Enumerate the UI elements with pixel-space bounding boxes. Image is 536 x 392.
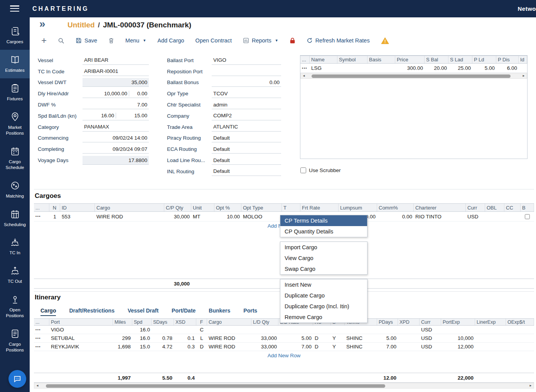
menu-item-import-cargo[interactable]: Import Cargo xyxy=(280,242,367,253)
cell-p-ld[interactable]: 5.00 xyxy=(472,64,496,73)
lock-icon[interactable] xyxy=(290,37,295,44)
cell-basis[interactable] xyxy=(367,64,395,73)
field-tc-in-code[interactable]: ARIBAR-I0001 xyxy=(83,67,149,76)
cell-f[interactable]: C xyxy=(196,326,207,334)
cell-xpd[interactable] xyxy=(398,334,420,342)
cell-unit[interactable]: MT xyxy=(191,212,214,221)
row-menu-button[interactable]: ••• xyxy=(34,212,49,221)
add-cargo-button[interactable]: Add Cargo xyxy=(157,37,184,44)
scrollbar-track[interactable] xyxy=(40,383,528,388)
cell-terms[interactable]: SHINC xyxy=(345,334,377,342)
cell-spd[interactable]: 16.0 xyxy=(132,334,152,342)
tab-vessel-draft[interactable]: Vessel Draft xyxy=(128,308,158,316)
topbar-right-text[interactable]: Netwo xyxy=(518,0,536,17)
field-spd-bal-ldn-kn[interactable]: 16.0015.00 xyxy=(83,112,149,120)
cell-terms[interactable]: SHINC xyxy=(345,343,377,351)
field-vessel[interactable]: ARI BEAR xyxy=(83,56,149,65)
field-opr-type[interactable]: TCOV xyxy=(212,89,281,98)
menu-button[interactable]: Menu▼ xyxy=(125,37,146,44)
cell-sdays[interactable]: 4.72 xyxy=(152,343,174,351)
cell-curr[interactable]: USD xyxy=(420,326,441,334)
breadcrumb-untitled[interactable]: Untitled xyxy=(67,21,95,29)
row-menu-button[interactable]: ••• xyxy=(34,326,49,334)
cell-s[interactable]: Y xyxy=(331,334,345,342)
cell-s[interactable]: Y xyxy=(331,343,345,351)
sidebar-item-matching[interactable]: Matching xyxy=(0,176,30,204)
sidebar-item-fixtures[interactable]: Fixtures xyxy=(0,78,30,107)
cell-port[interactable]: VIGO xyxy=(49,326,113,334)
open-contract-button[interactable]: Open Contract xyxy=(196,37,232,44)
cell-oexp$-t[interactable] xyxy=(506,334,534,342)
cell-oexp$-t[interactable] xyxy=(506,343,534,351)
field-reposition-port[interactable] xyxy=(212,67,281,76)
reports-button[interactable]: Reports▼ xyxy=(243,37,278,44)
cell-l-d-rate[interactable]: 5.00 xyxy=(278,334,313,342)
hamburger-menu-icon[interactable] xyxy=(10,5,19,13)
cell-cargo[interactable]: WIRE ROD xyxy=(207,334,251,342)
add-new-row-link[interactable]: Add New Row xyxy=(34,351,534,360)
cell-c-p-qty[interactable]: 30,000 xyxy=(164,212,191,221)
menu-item-cp-quantity-details[interactable]: CP Quantity Details xyxy=(280,226,367,237)
cell-linerexp[interactable] xyxy=(475,343,506,351)
scroll-right-icon[interactable]: ► xyxy=(528,384,534,387)
cell-xsd[interactable]: 0.3 xyxy=(174,343,196,351)
scroll-left-icon[interactable]: ◄ xyxy=(34,384,40,387)
cell-charterer[interactable]: RIO TINTO xyxy=(414,212,466,221)
cell-oexp$-t[interactable] xyxy=(506,326,534,334)
cell-xsd[interactable] xyxy=(174,326,196,334)
field-trade-area[interactable]: ATLANTIC xyxy=(212,123,281,132)
cell-xsd[interactable]: 0.1 xyxy=(174,334,196,342)
sidebar-item-cargo-positions[interactable]: Cargo Positions xyxy=(0,324,30,358)
cell-comm%[interactable]: 0.00 xyxy=(377,212,414,221)
scroll-left-icon[interactable]: ◄ xyxy=(301,74,307,78)
cell-port[interactable]: SETUBAL xyxy=(49,334,113,342)
tab-bunkers[interactable]: Bunkers xyxy=(209,308,230,316)
menu-item-cp-terms-details[interactable]: CP Terms Details xyxy=(280,215,367,226)
cell-opt-type[interactable]: MOLOO xyxy=(241,212,282,221)
cell-s-bal[interactable]: 20.00 xyxy=(425,64,448,73)
sidebar-item-estimates[interactable]: Estimates xyxy=(0,50,30,78)
tab-port-date[interactable]: Port/Date xyxy=(172,308,196,316)
cell-curr[interactable]: USD xyxy=(420,334,441,342)
cell-pdays[interactable]: 7.00 xyxy=(377,343,398,351)
cell-id[interactable] xyxy=(519,64,527,73)
menu-item-remove-cargo[interactable]: Remove Cargo xyxy=(280,312,367,323)
field-ballast-port[interactable]: VIGO xyxy=(212,56,281,65)
cell-linerexp[interactable] xyxy=(475,326,506,334)
cell-ru[interactable]: D xyxy=(313,343,331,351)
scrollbar-thumb[interactable] xyxy=(312,74,511,78)
sidebar-item-market-positions[interactable]: Market Positions xyxy=(0,107,30,141)
cell-curr[interactable]: USD xyxy=(420,343,441,351)
field-commencing[interactable]: 09/02/24 14:00 xyxy=(83,133,149,142)
market-hscrollbar[interactable]: ◄ ► xyxy=(300,73,527,79)
field-dly-hire-addr[interactable]: 10,000.000.00 xyxy=(83,89,149,98)
menu-item-duplicate-cargo[interactable]: Duplicate Cargo xyxy=(280,290,367,301)
tab-draft-restrictions[interactable]: Draft/Restrictions xyxy=(69,308,114,316)
tab-ports[interactable]: Ports xyxy=(243,308,257,316)
field-eca-routing[interactable]: Default xyxy=(212,145,281,154)
row-menu-button[interactable]: ••• xyxy=(300,64,310,73)
cell-symbol[interactable] xyxy=(337,64,367,73)
cell-obl[interactable] xyxy=(485,212,504,221)
menu-item-swap-cargo[interactable]: Swap Cargo xyxy=(280,264,367,274)
tab-cargo[interactable]: Cargo xyxy=(40,308,56,316)
cell-curr[interactable]: USD xyxy=(466,212,485,221)
cell-spd[interactable]: 15.0 xyxy=(132,343,152,351)
cell-linerexp[interactable] xyxy=(475,334,506,342)
cell-cc[interactable] xyxy=(504,212,521,221)
cell-name[interactable]: LSG xyxy=(310,64,337,73)
save-button[interactable]: Save xyxy=(76,37,97,44)
sidebar-item-scheduling[interactable]: Scheduling xyxy=(0,204,30,233)
field-load-line-rou[interactable]: Default xyxy=(212,156,281,165)
row-checkbox[interactable] xyxy=(525,214,530,219)
cell-l-d-rate[interactable]: 7.00 xyxy=(278,343,313,351)
search-icon[interactable] xyxy=(58,37,64,44)
field-inl-routing[interactable]: Default xyxy=(212,167,281,176)
row-menu-button[interactable]: ••• xyxy=(34,343,49,351)
cell-miles[interactable]: 299 xyxy=(113,334,132,342)
cell-spd[interactable]: 16.0 xyxy=(132,326,152,334)
menu-item-insert-new[interactable]: Insert New xyxy=(280,279,367,290)
cell-ru[interactable]: D xyxy=(313,334,331,342)
sidebar-item-open-positions[interactable]: Open Positions xyxy=(0,289,30,324)
sidebar-item-tc-in[interactable]: TC In xyxy=(0,232,30,261)
